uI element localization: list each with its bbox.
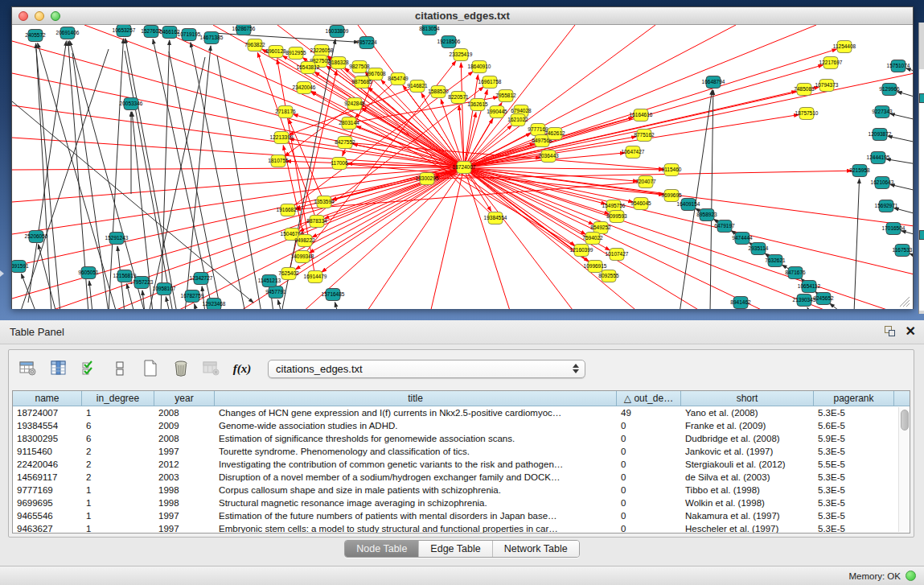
- network-edge[interactable]: [366, 167, 464, 309]
- network-edge[interactable]: [89, 281, 92, 309]
- column-edit-icon[interactable]: [49, 359, 68, 378]
- network-edge[interactable]: [464, 25, 816, 167]
- table-select-dropdown[interactable]: citations_edges.txt: [268, 360, 585, 378]
- network-edge[interactable]: [36, 49, 60, 309]
- table-container: f(x) citations_edges.txt namein_degreeye…: [8, 349, 914, 538]
- column-header-title[interactable]: title: [215, 391, 617, 406]
- table-cell: 1: [82, 484, 154, 496]
- column-header-in_degree[interactable]: in_degree: [82, 391, 154, 406]
- vertical-scrollbar[interactable]: [898, 407, 909, 532]
- scrollbar-thumb[interactable]: [901, 410, 909, 431]
- network-edge[interactable]: [335, 303, 338, 309]
- table-cell: Yano et al. (2008): [681, 406, 814, 419]
- table-row[interactable]: 1830029562008Estimation of significance …: [13, 432, 910, 445]
- select-rows-icon[interactable]: [80, 359, 99, 378]
- table-cell: 18300295: [13, 432, 82, 445]
- table-row[interactable]: 969969511998Structural magnetic resonanc…: [13, 496, 910, 509]
- network-edge[interactable]: [464, 167, 663, 170]
- left-splitter-handle[interactable]: [0, 270, 4, 277]
- network-edge[interactable]: [195, 304, 197, 309]
- network-edge[interactable]: [830, 303, 842, 309]
- table-cell: 1: [82, 522, 154, 534]
- column-header-year[interactable]: year: [154, 391, 215, 406]
- table-cell: 1997: [154, 445, 215, 458]
- network-edge[interactable]: [149, 57, 205, 309]
- tab-network-table[interactable]: Network Table: [493, 541, 579, 557]
- column-header-out_de[interactable]: △ out_de…: [617, 391, 681, 406]
- network-edge[interactable]: [906, 68, 913, 72]
- delete-rows-icon[interactable]: [171, 359, 191, 378]
- table-row[interactable]: 977716911998Corpus callosum shape and si…: [13, 484, 910, 496]
- table-row[interactable]: 1456911722003Disruption of a novel membe…: [13, 471, 910, 484]
- network-edge[interactable]: [185, 46, 211, 309]
- table-cell: 9115460: [13, 445, 82, 458]
- network-edge[interactable]: [910, 253, 913, 257]
- network-edge[interactable]: [125, 39, 177, 309]
- network-node-label: 7462612: [544, 130, 565, 136]
- memory-ok-icon[interactable]: [906, 571, 916, 581]
- network-edge[interactable]: [464, 167, 768, 309]
- network-edge[interactable]: [310, 167, 464, 253]
- delete-table-icon: [202, 359, 221, 378]
- network-edge[interactable]: [125, 51, 173, 309]
- table-toolbar: f(x) citations_edges.txt: [9, 350, 914, 387]
- network-edge[interactable]: [888, 136, 913, 142]
- network-edge[interactable]: [464, 167, 832, 309]
- network-node-label: 8941462: [730, 299, 751, 305]
- network-edge[interactable]: [890, 113, 913, 120]
- network-edge[interactable]: [854, 179, 860, 309]
- network-edge[interactable]: [166, 297, 170, 309]
- network-edge[interactable]: [39, 245, 56, 309]
- table-row[interactable]: 911546021997Tourette syndrome. Phenomeno…: [13, 445, 910, 458]
- network-edge[interactable]: [289, 119, 324, 202]
- table-row[interactable]: 1938455462009Genome-wide association stu…: [13, 419, 910, 432]
- network-graph[interactable]: 1872400779638228960128891295523226058982…: [12, 25, 913, 309]
- network-node-label: 1588520: [428, 89, 449, 94]
- close-panel-icon[interactable]: ✕: [906, 325, 916, 338]
- column-header-short[interactable]: short: [681, 391, 814, 406]
- network-canvas[interactable]: 1872400779638228960128891295523226058982…: [12, 25, 913, 309]
- column-header-name[interactable]: name: [13, 391, 82, 406]
- network-edge[interactable]: [278, 300, 281, 309]
- network-edge[interactable]: [897, 92, 913, 97]
- network-node-label: 8813054: [419, 26, 440, 31]
- network-node-label: 19166827: [277, 207, 300, 212]
- network-edge[interactable]: [886, 159, 913, 164]
- network-edge[interactable]: [311, 91, 464, 167]
- network-edge[interactable]: [901, 231, 913, 235]
- network-view-window[interactable]: citations_edges.txt 18724007796382289601…: [11, 6, 914, 309]
- network-node-label: 23226058: [310, 47, 334, 53]
- network-edge[interactable]: [38, 43, 117, 309]
- network-edge[interactable]: [464, 73, 913, 167]
- tab-edge-table[interactable]: Edge Table: [419, 541, 492, 557]
- table-row[interactable]: 2242004622012Investigating the contribut…: [13, 458, 910, 471]
- table-cell: 5.3E-5: [814, 445, 894, 458]
- row-height-icon[interactable]: [110, 359, 129, 378]
- network-node-label: 15495756: [602, 203, 626, 208]
- resize-grip-icon[interactable]: [900, 297, 910, 307]
- window-title: citations_edges.txt: [12, 10, 913, 22]
- tab-node-table[interactable]: Node Table: [345, 541, 419, 557]
- network-edge[interactable]: [890, 184, 913, 191]
- network-window-titlebar[interactable]: citations_edges.txt: [12, 7, 913, 25]
- network-node-label: 2967608: [365, 71, 386, 76]
- table-row[interactable]: 1872400712008Changes of HCN gene express…: [13, 406, 910, 419]
- network-edge[interactable]: [894, 208, 913, 214]
- table-cell: 5.3E-5: [814, 496, 894, 509]
- table-settings-icon[interactable]: [18, 359, 38, 378]
- table-row[interactable]: 946554611997Estimation of the future num…: [13, 509, 910, 522]
- background-window-sliver[interactable]: [918, 23, 924, 314]
- network-edge[interactable]: [217, 56, 261, 309]
- network-edge[interactable]: [332, 115, 641, 200]
- column-header-pagerank[interactable]: pagerank: [814, 391, 894, 406]
- table-cell: Tibbo et al. (1998): [681, 484, 814, 496]
- table-cell: 2003: [154, 471, 215, 484]
- network-edge[interactable]: [464, 167, 511, 309]
- float-window-icon[interactable]: [883, 325, 896, 338]
- network-edge[interactable]: [807, 307, 810, 309]
- table-panel: Table Panel ✕: [0, 320, 924, 585]
- function-builder-icon[interactable]: f(x): [232, 359, 252, 378]
- table-row[interactable]: 946362711997Embryonic stem cells: a mode…: [13, 522, 910, 534]
- new-table-icon[interactable]: [141, 359, 160, 378]
- table-panel-title: Table Panel: [0, 326, 64, 338]
